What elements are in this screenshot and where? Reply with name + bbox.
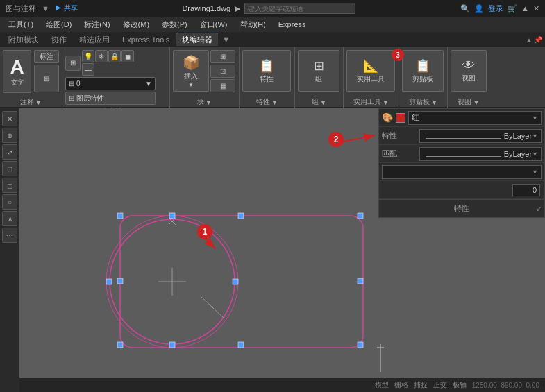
block-sm-btn2[interactable]: ⊡ <box>210 65 235 78</box>
left-btn-6[interactable]: ○ <box>2 194 17 210</box>
group-btn[interactable]: ⊞ 组 <box>298 50 339 92</box>
left-toolbar: ✕ ⊕ ↗ ⊡ ◻ ○ ∧ ⋯ <box>0 108 19 392</box>
tab-arrow[interactable]: ▼ <box>219 35 233 44</box>
title-bar-center: Drawing1.dwg ▶ <box>78 3 460 14</box>
lineweight-value[interactable]: ByLayer ▼ <box>419 147 542 161</box>
left-btn-8[interactable]: ⋯ <box>2 228 17 243</box>
tab-collaborate[interactable]: 协作 <box>46 33 72 46</box>
layer-name: 0 <box>76 80 81 87</box>
properties-panel: 🎨 红 ▼ 特性 ByLayer ▼ 匹配 ByLayer ▼ ▼ <box>378 108 545 218</box>
view-btn[interactable]: 👁 视图 <box>451 50 487 92</box>
title-text: 图与注释 <box>6 3 36 14</box>
utilities-btn[interactable]: 📐 实用工具 <box>346 50 395 92</box>
layer-freeze-btn[interactable]: ❄ <box>95 50 108 62</box>
tab-bar: 附加模块 协作 精选应用 Express Tools 块编辑器 ▼ ▲ 📌 <box>0 32 545 47</box>
color-dropdown-arrow[interactable]: ▼ <box>532 114 538 121</box>
properties-btn[interactable]: 📋 特性 <box>242 50 291 92</box>
ribbon-group-utilities: 3 📐 实用工具 实用工具 ▼ <box>344 47 399 108</box>
svg-rect-9 <box>117 278 123 284</box>
empty-arrow[interactable]: ▼ <box>532 169 538 176</box>
color-picker-icon[interactable]: 🎨 <box>382 112 393 123</box>
block-group-label: 块 ▼ <box>173 97 236 107</box>
block-sm-btn3[interactable]: ▦ <box>210 79 235 92</box>
svg-rect-12 <box>169 213 175 219</box>
left-btn-7[interactable]: ∧ <box>2 211 17 226</box>
prop-footer-collapse[interactable]: ↙ <box>536 205 542 212</box>
title-bar-right: 🔍 👤 登录 🛒 ▲ ✕ <box>460 3 539 14</box>
svg-rect-15 <box>106 279 112 284</box>
layer-match-btn[interactable]: ⊞图层特性 <box>65 92 156 105</box>
svg-rect-14 <box>169 342 175 348</box>
linetype-arrow[interactable]: ▼ <box>532 133 538 139</box>
status-snap[interactable]: 捕捉 <box>414 380 428 390</box>
menu-draw[interactable]: 绘图(D) <box>40 18 77 31</box>
left-btn-5[interactable]: ◻ <box>2 178 17 193</box>
status-grid[interactable]: 栅格 <box>394 380 408 390</box>
svg-rect-13 <box>233 279 238 284</box>
status-polar[interactable]: 极轴 <box>453 380 467 390</box>
svg-rect-8 <box>117 342 123 348</box>
menu-help[interactable]: 帮助(H) <box>235 18 271 31</box>
ribbon-collapse[interactable]: ▲ <box>526 36 533 44</box>
left-btn-4[interactable]: ⊡ <box>2 161 17 176</box>
ribbon-group-annotation: A 文字 标注 ⊞ 注释 ▼ <box>0 47 62 108</box>
svg-rect-7 <box>238 342 244 348</box>
annotation-btn2[interactable]: ⊞ <box>34 65 59 92</box>
lineweight-arrow[interactable]: ▼ <box>532 151 538 157</box>
prop-number-row: 0 <box>379 181 544 199</box>
search-icon[interactable]: 🔍 <box>460 4 470 13</box>
share-button[interactable]: ▶ 共享 <box>55 3 78 13</box>
clipboard-group-label: 剪贴板 ▼ <box>402 97 444 107</box>
status-model[interactable]: 模型 <box>375 380 389 390</box>
text-button[interactable]: A 文字 <box>3 50 31 93</box>
svg-rect-2 <box>117 213 123 219</box>
menu-express[interactable]: Express <box>273 19 312 30</box>
user-icon[interactable]: 👤 <box>474 4 484 13</box>
menu-modify[interactable]: 修改(M) <box>117 18 156 31</box>
annotation-1: 1 <box>197 224 212 239</box>
annotation-3: 3 <box>392 49 404 61</box>
title-bar-left: 图与注释 ▼ ▶ 共享 <box>6 3 78 14</box>
linetype-value[interactable]: ByLayer ▼ <box>419 129 542 143</box>
view-group-label: 视图 ▼ <box>451 97 487 107</box>
layer-vis-btn[interactable]: 💡 <box>82 50 94 62</box>
tab-featured[interactable]: 精选应用 <box>74 33 115 46</box>
color-swatch-red <box>396 113 405 123</box>
layer-name-combo[interactable]: ⊟ 0 ▼ <box>65 77 156 90</box>
layer-props-btn[interactable]: ⊞ <box>65 56 81 71</box>
menu-bar: 工具(T) 绘图(D) 标注(N) 修改(M) 参数(P) 窗口(W) 帮助(H… <box>0 17 545 32</box>
left-btn-3[interactable]: ↗ <box>2 144 17 160</box>
number-field[interactable]: 0 <box>512 184 540 196</box>
annotation-btn1[interactable]: 标注 <box>34 50 59 63</box>
login-label[interactable]: 登录 <box>488 3 503 14</box>
color-value[interactable]: 红 ▼ <box>408 111 542 125</box>
block-sm-btn1[interactable]: ⊞ <box>210 50 235 63</box>
properties-icon: 📋 <box>259 58 274 74</box>
menu-tools[interactable]: 工具(T) <box>3 18 39 31</box>
menu-window[interactable]: 窗口(W) <box>194 18 233 31</box>
layer-line-btn[interactable]: ― <box>82 63 94 76</box>
insert-btn[interactable]: 📦 插入 ▼ <box>173 50 209 92</box>
status-bar: 模型 栅格 捕捉 正交 极轴 1250.00, 890.00, 0.00 <box>0 378 545 392</box>
view-icon: 👁 <box>462 58 475 73</box>
left-btn-2[interactable]: ⊕ <box>2 128 17 143</box>
status-ortho[interactable]: 正交 <box>433 380 447 390</box>
prop-linetype-row: 特性 ByLayer ▼ <box>379 127 544 145</box>
layer-icon: ⊟ <box>69 80 74 87</box>
empty-value[interactable]: ▼ <box>382 165 542 179</box>
layer-color-btn[interactable]: ◼ <box>121 50 134 62</box>
menu-params[interactable]: 参数(P) <box>156 18 193 31</box>
insert-icon: 📦 <box>183 54 200 71</box>
cart-icon[interactable]: 🛒 <box>508 4 517 13</box>
close-icon[interactable]: ✕ <box>533 4 539 13</box>
layer-lock-btn[interactable]: 🔒 <box>108 50 121 62</box>
ribbon: A 文字 标注 ⊞ 注释 ▼ <box>0 47 545 108</box>
search-input[interactable] <box>244 3 355 14</box>
tab-express-tools[interactable]: Express Tools <box>117 34 175 45</box>
tab-block-editor[interactable]: 块编辑器 <box>176 33 218 46</box>
left-btn-1[interactable]: ✕ <box>2 111 17 126</box>
tab-addons[interactable]: 附加模块 <box>3 33 44 46</box>
clipboard-btn[interactable]: 📋 剪贴板 <box>402 50 444 92</box>
up-icon[interactable]: ▲ <box>521 4 529 12</box>
menu-dimension[interactable]: 标注(N) <box>78 18 115 31</box>
